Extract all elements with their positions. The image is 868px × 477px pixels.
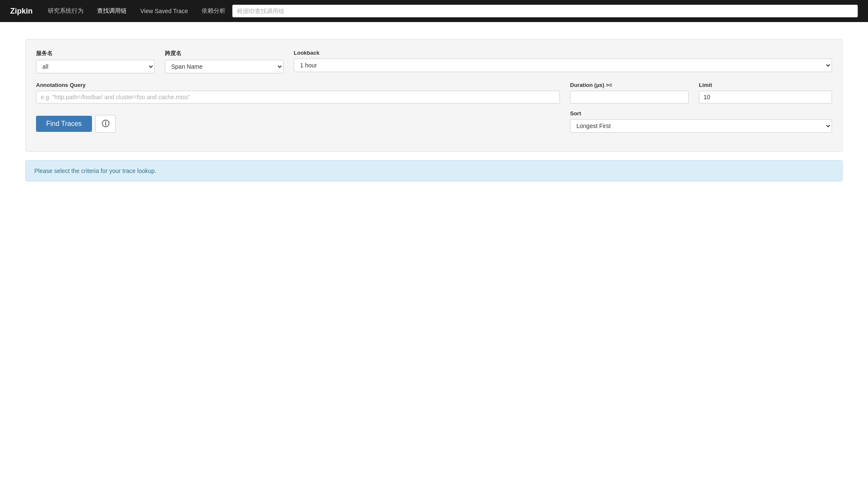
annotations-label: Annotations Query [36,82,560,88]
trace-id-search-input[interactable] [232,5,858,17]
duration-limit-row: Duration (μs) >= Limit [570,82,832,103]
limit-label: Limit [699,82,832,88]
brand-name: Zipkin [10,7,33,16]
service-name-label: 服务名 [36,50,155,57]
duration-label: Duration (μs) >= [570,82,689,88]
sort-label: Sort [570,110,832,117]
lookback-group: Lookback 1 hour 2 hours 6 hours 12 hours… [294,50,832,73]
nav-link-dependencies[interactable]: 依赖分析 [195,0,232,22]
main-content: 服务名 all 跨度名 Span Name Lookback 1 hour 2 … [0,22,868,198]
duration-group: Duration (μs) >= [570,82,689,103]
form-row-1: 服务名 all 跨度名 Span Name Lookback 1 hour 2 … [36,50,832,73]
service-name-select[interactable]: all [36,60,155,73]
button-row: Find Traces ⓘ [36,115,560,133]
limit-input[interactable] [699,91,832,103]
duration-input[interactable] [570,91,689,103]
question-mark-icon: ⓘ [102,119,109,129]
sort-select[interactable]: Longest First Shortest First Newest Firs… [570,119,832,133]
annotations-group: Annotations Query [36,82,560,108]
info-message-text: Please select the criteria for your trac… [34,167,156,174]
annotations-input[interactable] [36,91,560,103]
help-button[interactable]: ⓘ [95,115,116,133]
sort-group: Sort Longest First Shortest First Newest… [570,110,832,133]
info-message: Please select the criteria for your trac… [25,160,843,181]
service-name-group: 服务名 all [36,50,155,73]
lookback-select[interactable]: 1 hour 2 hours 6 hours 12 hours 1 day 2 … [294,59,832,72]
right-column: Duration (μs) >= Limit Sort Longest Firs… [570,82,832,133]
limit-group: Limit [699,82,832,103]
nav-link-saved[interactable]: View Saved Trace [134,0,195,22]
span-name-label: 跨度名 [165,50,284,57]
span-name-group: 跨度名 Span Name [165,50,284,73]
form-row-2: Annotations Query Find Traces ⓘ Duration… [36,82,832,133]
nav-link-explore[interactable]: 研究系统行为 [41,0,90,22]
left-column: Annotations Query Find Traces ⓘ [36,82,560,133]
find-traces-button[interactable]: Find Traces [36,116,92,132]
lookback-label: Lookback [294,50,832,56]
nav-links: 研究系统行为 查找调用链 View Saved Trace 依赖分析 [41,0,232,22]
navbar: Zipkin 研究系统行为 查找调用链 View Saved Trace 依赖分… [0,0,868,22]
nav-link-search[interactable]: 查找调用链 [90,0,134,22]
search-panel: 服务名 all 跨度名 Span Name Lookback 1 hour 2 … [25,39,843,152]
span-name-select[interactable]: Span Name [165,60,284,73]
